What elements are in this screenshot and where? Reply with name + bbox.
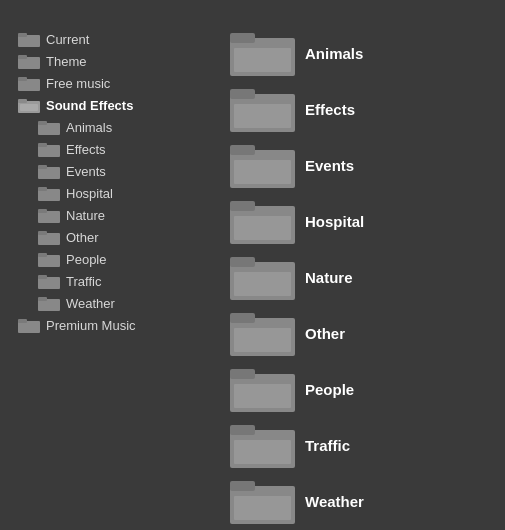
svg-rect-30	[230, 33, 255, 43]
grid-folder-traffic	[230, 420, 295, 470]
grid-panel: Animals Effects Events Hospital Nature O…	[220, 28, 505, 530]
tree-label-premium-music: Premium Music	[46, 318, 136, 333]
folder-icon-effects	[38, 141, 60, 157]
grid-folder-animals	[230, 28, 295, 78]
svg-rect-16	[38, 187, 47, 191]
svg-rect-10	[38, 121, 47, 125]
grid-folder-people	[230, 364, 295, 414]
grid-item-traffic[interactable]: Traffic	[230, 420, 495, 470]
grid-folder-hospital	[230, 196, 295, 246]
folder-icon-premium-music	[18, 317, 40, 333]
svg-rect-24	[38, 275, 47, 279]
svg-rect-54	[230, 481, 255, 491]
svg-rect-45	[230, 313, 255, 323]
grid-item-other[interactable]: Other	[230, 308, 495, 358]
svg-rect-26	[38, 297, 47, 301]
svg-rect-33	[230, 89, 255, 99]
tree-label-theme: Theme	[46, 54, 86, 69]
grid-label-nature: Nature	[305, 269, 353, 286]
svg-rect-49	[234, 384, 291, 408]
svg-rect-55	[234, 496, 291, 520]
tree-label-people: People	[66, 252, 106, 267]
tree-item-people[interactable]: People	[10, 248, 220, 270]
svg-rect-42	[230, 257, 255, 267]
svg-rect-18	[38, 209, 47, 213]
grid-folder-effects	[230, 84, 295, 134]
svg-rect-3	[18, 55, 27, 59]
grid-folder-nature	[230, 252, 295, 302]
tree-label-effects: Effects	[66, 142, 106, 157]
svg-rect-12	[38, 143, 47, 147]
folder-icon-animals	[38, 119, 60, 135]
svg-rect-36	[230, 145, 255, 155]
folder-icon-hospital	[38, 185, 60, 201]
grid-item-events[interactable]: Events	[230, 140, 495, 190]
svg-rect-14	[38, 165, 47, 169]
tree-label-other: Other	[66, 230, 99, 245]
svg-rect-5	[18, 77, 27, 81]
grid-item-people[interactable]: People	[230, 364, 495, 414]
tree-label-traffic: Traffic	[66, 274, 101, 289]
grid-label-weather: Weather	[305, 493, 364, 510]
tree-item-theme[interactable]: Theme	[10, 50, 220, 72]
tree-item-current[interactable]: Current	[10, 28, 220, 50]
svg-rect-51	[230, 425, 255, 435]
tree-label-nature: Nature	[66, 208, 105, 223]
svg-rect-22	[38, 253, 47, 257]
tree-item-other[interactable]: Other	[10, 226, 220, 248]
folder-icon-events	[38, 163, 60, 179]
grid-item-nature[interactable]: Nature	[230, 252, 495, 302]
svg-rect-48	[230, 369, 255, 379]
svg-rect-37	[234, 160, 291, 184]
folder-icon-nature	[38, 207, 60, 223]
svg-rect-1	[18, 33, 27, 37]
grid-label-traffic: Traffic	[305, 437, 350, 454]
grid-label-animals: Animals	[305, 45, 363, 62]
grid-label-other: Other	[305, 325, 345, 342]
page-title	[0, 0, 505, 28]
svg-rect-7	[18, 99, 27, 103]
grid-folder-weather	[230, 476, 295, 526]
tree-item-weather[interactable]: Weather	[10, 292, 220, 314]
svg-rect-20	[38, 231, 47, 235]
tree-item-nature[interactable]: Nature	[10, 204, 220, 226]
tree-panel: Current Theme Free music Sound Effects A…	[0, 28, 220, 530]
folder-icon-theme	[18, 53, 40, 69]
grid-folder-other	[230, 308, 295, 358]
tree-item-premium-music[interactable]: Premium Music	[10, 314, 220, 336]
tree-item-free-music[interactable]: Free music	[10, 72, 220, 94]
tree-item-traffic[interactable]: Traffic	[10, 270, 220, 292]
folder-icon-people	[38, 251, 60, 267]
grid-label-effects: Effects	[305, 101, 355, 118]
tree-item-events[interactable]: Events	[10, 160, 220, 182]
tree-item-hospital[interactable]: Hospital	[10, 182, 220, 204]
svg-rect-39	[230, 201, 255, 211]
svg-rect-40	[234, 216, 291, 240]
grid-item-hospital[interactable]: Hospital	[230, 196, 495, 246]
grid-folder-events	[230, 140, 295, 190]
tree-label-current: Current	[46, 32, 89, 47]
tree-item-sound-effects[interactable]: Sound Effects	[10, 94, 220, 116]
grid-item-effects[interactable]: Effects	[230, 84, 495, 134]
svg-rect-52	[234, 440, 291, 464]
folder-icon-free-music	[18, 75, 40, 91]
folder-icon-traffic	[38, 273, 60, 289]
svg-rect-34	[234, 104, 291, 128]
grid-item-weather[interactable]: Weather	[230, 476, 495, 526]
svg-rect-46	[234, 328, 291, 352]
tree-label-animals: Animals	[66, 120, 112, 135]
svg-rect-43	[234, 272, 291, 296]
grid-item-animals[interactable]: Animals	[230, 28, 495, 78]
grid-label-hospital: Hospital	[305, 213, 364, 230]
grid-label-events: Events	[305, 157, 354, 174]
svg-rect-28	[18, 319, 27, 323]
tree-label-weather: Weather	[66, 296, 115, 311]
svg-rect-8	[20, 104, 38, 111]
tree-label-hospital: Hospital	[66, 186, 113, 201]
tree-label-sound-effects: Sound Effects	[46, 98, 133, 113]
folder-icon-current	[18, 31, 40, 47]
folder-icon-sound-effects	[18, 97, 40, 113]
tree-item-effects[interactable]: Effects	[10, 138, 220, 160]
tree-item-animals[interactable]: Animals	[10, 116, 220, 138]
svg-rect-31	[234, 48, 291, 72]
